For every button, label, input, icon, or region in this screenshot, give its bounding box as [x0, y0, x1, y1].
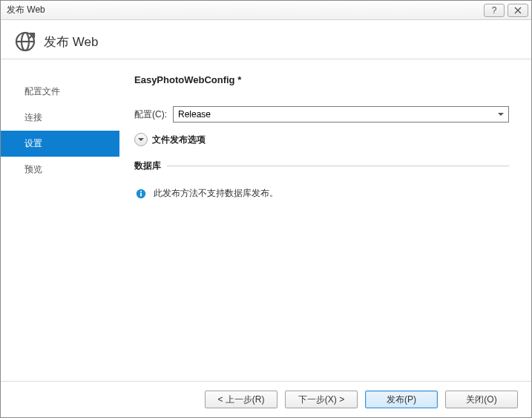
titlebar: 发布 Web ? [1, 1, 531, 20]
next-button[interactable]: 下一步(X) > [285, 391, 358, 408]
db-info-row: 此发布方法不支持数据库发布。 [134, 187, 509, 200]
header: 发布 Web [1, 20, 531, 59]
close-icon [514, 7, 522, 14]
close-button[interactable]: 关闭(O) [445, 391, 518, 408]
svg-rect-5 [140, 192, 142, 196]
close-window-button[interactable] [508, 4, 528, 17]
sidebar-item-profile[interactable]: 配置文件 [1, 79, 119, 105]
sidebar-item-preview[interactable]: 预览 [1, 157, 119, 183]
config-label: 配置(C): [134, 108, 167, 121]
sidebar: 配置文件 连接 设置 预览 [1, 74, 119, 381]
profile-title: EasyPhotoWebConfig * [134, 74, 509, 85]
help-button[interactable]: ? [484, 4, 505, 17]
svg-point-6 [140, 190, 142, 192]
db-title-label: 数据库 [134, 160, 161, 172]
db-info-message: 此发布方法不支持数据库发布。 [154, 187, 278, 200]
config-row: 配置(C): Release [134, 106, 509, 123]
publish-button[interactable]: 发布(P) [365, 391, 438, 408]
header-title: 发布 Web [44, 33, 98, 50]
main-panel: EasyPhotoWebConfig * 配置(C): Release 文件发布… [119, 74, 531, 381]
globe-icon [14, 30, 36, 53]
database-section-title: 数据库 [134, 160, 509, 172]
content: 发布 Web 配置文件 连接 设置 预览 EasyPhotoWebConfig … [1, 20, 531, 417]
body: 配置文件 连接 设置 预览 EasyPhotoWebConfig * 配置(C)… [1, 59, 531, 381]
config-select[interactable]: Release [173, 106, 509, 123]
chevron-down-icon [498, 113, 504, 119]
prev-button[interactable]: < 上一步(R) [205, 391, 278, 408]
sidebar-item-connection[interactable]: 连接 [1, 105, 119, 131]
divider [167, 166, 509, 166]
footer: < 上一步(R) 下一步(X) > 发布(P) 关闭(O) [1, 381, 531, 417]
info-icon [136, 189, 146, 199]
chevron-down-icon [134, 133, 148, 146]
config-value: Release [178, 109, 211, 120]
sidebar-item-settings[interactable]: 设置 [1, 131, 119, 157]
expander-label: 文件发布选项 [152, 134, 206, 146]
window-title: 发布 Web [7, 4, 481, 16]
publish-web-dialog: 发布 Web ? 发布 Web 配置文件 连接 设置 [0, 0, 532, 418]
file-publish-options-expander[interactable]: 文件发布选项 [134, 133, 509, 146]
